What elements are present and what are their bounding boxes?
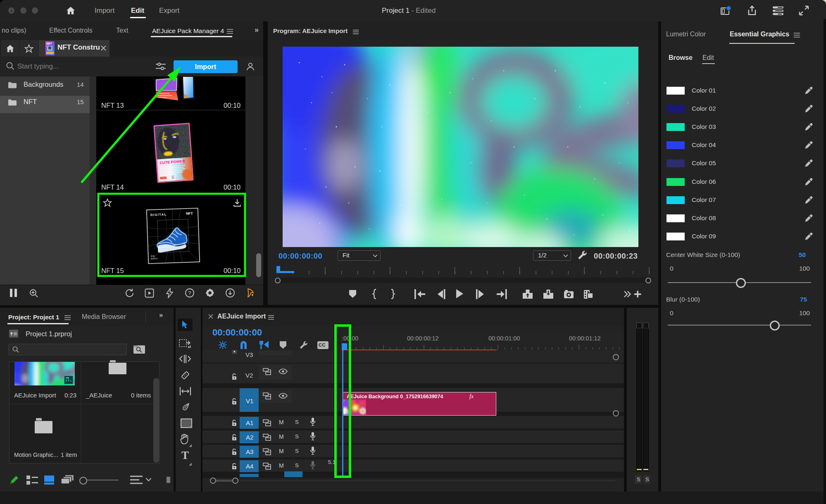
- svg-text:Edition: Edition: [151, 257, 158, 260]
- svg-text:DIGITAL: DIGITAL: [150, 212, 167, 216]
- svg-text:?: ?: [188, 290, 191, 296]
- svg-text:NFT: NFT: [186, 211, 193, 216]
- svg-text:NFT: NFT: [47, 42, 52, 45]
